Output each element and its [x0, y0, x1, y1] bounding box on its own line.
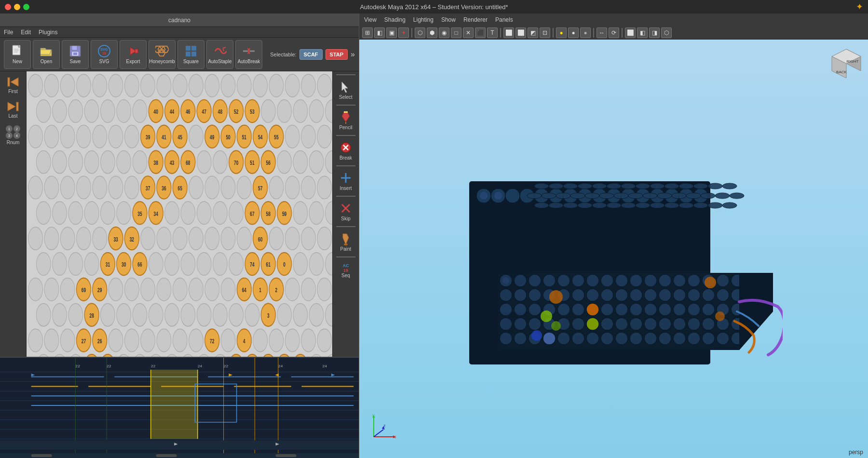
- maya-tool-24[interactable]: ⬡: [661, 27, 672, 38]
- separator-7: [336, 256, 355, 257]
- svg-point-36: [124, 74, 139, 97]
- svg-point-668: [630, 303, 642, 316]
- select-tool-button[interactable]: Select: [334, 77, 358, 103]
- svg-point-96: [36, 150, 51, 173]
- menu-renderer[interactable]: Renderer: [463, 16, 488, 23]
- pencil-icon: [339, 110, 353, 124]
- maya-tool-1[interactable]: ⊞: [362, 27, 373, 38]
- svg-point-129: [205, 176, 219, 199]
- maya-tool-9[interactable]: ✕: [463, 27, 474, 38]
- svg-point-730: [527, 193, 542, 199]
- svg-point-685: [630, 318, 642, 330]
- autobreak-button[interactable]: AutoBreak: [235, 40, 262, 69]
- menu-shading[interactable]: Shading: [384, 16, 406, 23]
- svg-text:69: 69: [81, 286, 86, 293]
- square-button[interactable]: Square: [177, 40, 204, 69]
- maya-tool-15[interactable]: ⊡: [540, 27, 550, 38]
- svg-point-211: [108, 278, 123, 301]
- svg-marker-534: [342, 82, 348, 93]
- menu-show[interactable]: Show: [441, 16, 456, 23]
- skip-label: Skip: [341, 216, 350, 221]
- svg-text:31: 31: [106, 261, 110, 268]
- svg-point-136: [317, 176, 332, 199]
- svg-point-243: [277, 303, 292, 326]
- new-button[interactable]: New: [4, 40, 31, 69]
- honeycomb-button[interactable]: Honeycomb: [149, 40, 176, 69]
- menu-file[interactable]: File: [4, 29, 13, 36]
- menu-view[interactable]: View: [364, 16, 377, 23]
- open-button[interactable]: Open: [33, 40, 60, 69]
- seq-panel[interactable]: 22 22 22 24 22 24 24: [0, 357, 359, 458]
- first-button[interactable]: First: [1, 73, 25, 97]
- scaf-button[interactable]: SCAF: [299, 49, 323, 60]
- maya-tool-13[interactable]: ⬜: [515, 27, 526, 38]
- menu-edit[interactable]: Edit: [21, 29, 31, 36]
- honeycomb-area[interactable]: 4044464748525339414549505154553843687051…: [27, 71, 332, 357]
- menu-plugins[interactable]: Plugins: [39, 29, 57, 36]
- menu-lighting[interactable]: Lighting: [413, 16, 434, 23]
- svg-point-119: [44, 176, 59, 199]
- maya-tool-2[interactable]: ◧: [374, 27, 385, 38]
- maya-tool-21[interactable]: ⬜: [625, 27, 636, 38]
- svg-point-56: [101, 100, 115, 122]
- export-button[interactable]: Export: [120, 40, 147, 69]
- close-button[interactable]: [5, 4, 11, 10]
- autostaple-button[interactable]: AutoStaple: [206, 40, 233, 69]
- svg-point-689: [688, 318, 700, 330]
- maya-tool-5[interactable]: ⬡: [415, 27, 425, 38]
- seq-tool-button[interactable]: AC 19 Seq: [334, 259, 358, 281]
- svg-rect-591: [156, 454, 176, 457]
- svg-point-706: [688, 332, 700, 345]
- svg-point-698: [572, 332, 584, 345]
- view-cube[interactable]: RIGHT BACK: [829, 44, 863, 78]
- svg-text:72: 72: [210, 337, 214, 344]
- maya-tool-23[interactable]: ◨: [649, 27, 660, 38]
- save-button[interactable]: Save: [62, 40, 89, 69]
- svg-point-215: [173, 278, 187, 301]
- svg-point-745: [534, 202, 549, 208]
- maya-tool-11[interactable]: T: [487, 27, 498, 38]
- maya-tool-12[interactable]: ⬜: [503, 27, 514, 38]
- maya-viewport[interactable]: RIGHT BACK: [359, 40, 868, 458]
- svg-rect-28: [16, 102, 18, 111]
- maya-tool-8[interactable]: □: [451, 27, 461, 38]
- maya-tool-17[interactable]: ●: [568, 27, 579, 38]
- svg-point-673: [702, 303, 715, 316]
- maya-tool-22[interactable]: ◧: [637, 27, 648, 38]
- svg-point-78: [93, 125, 107, 148]
- maya-tool-10[interactable]: ⬛: [475, 27, 486, 38]
- svg-point-635: [644, 274, 657, 287]
- svg-point-739: [657, 193, 672, 199]
- maximize-button[interactable]: [23, 4, 29, 10]
- expand-button[interactable]: »: [351, 50, 355, 59]
- maya-tool-18[interactable]: ●: [580, 27, 591, 38]
- insert-tool-button[interactable]: Insert: [334, 168, 358, 194]
- menu-panels[interactable]: Panels: [495, 16, 513, 23]
- maya-tool-3[interactable]: ▣: [386, 27, 397, 38]
- svg-point-144: [101, 202, 115, 224]
- svg-text:x: x: [394, 434, 396, 439]
- svg-point-233: [117, 303, 131, 326]
- maya-tool-14[interactable]: ◩: [528, 27, 538, 38]
- svg-button[interactable]: SVG 19 SVG: [91, 40, 118, 69]
- svg-text:66: 66: [137, 261, 142, 268]
- maya-tool-16[interactable]: ●: [556, 27, 567, 38]
- skip-tool-button[interactable]: Skip: [334, 199, 358, 224]
- break-tool-button[interactable]: Break: [334, 138, 358, 163]
- maya-tool-4[interactable]: ✦: [398, 27, 409, 38]
- svg-point-192: [165, 253, 179, 275]
- paint-tool-button[interactable]: Paint: [334, 229, 358, 255]
- svg-point-53: [53, 100, 67, 122]
- minimize-button[interactable]: [14, 4, 20, 10]
- stap-button[interactable]: STAP: [326, 49, 348, 60]
- last-button[interactable]: Last: [1, 98, 25, 121]
- maya-tool-20[interactable]: ⟳: [609, 27, 619, 38]
- maya-tool-19[interactable]: ↔: [597, 27, 607, 38]
- maya-tool-6[interactable]: ⬢: [427, 27, 437, 38]
- maya-tool-7[interactable]: ◉: [439, 27, 449, 38]
- maya-sep-5: [622, 28, 623, 38]
- pencil-tool-button[interactable]: Pencil: [334, 108, 358, 133]
- svg-point-201: [309, 253, 324, 275]
- svg-point-716: [534, 183, 549, 189]
- rnum-button[interactable]: 12 34 Rnum: [1, 122, 25, 148]
